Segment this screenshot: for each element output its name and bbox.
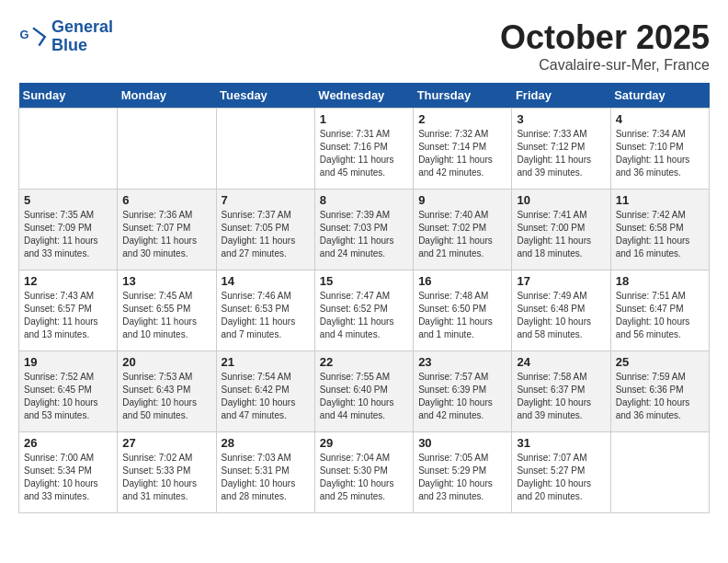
calendar-day-cell: 19Sunrise: 7:52 AM Sunset: 6:45 PM Dayli… [19,351,118,432]
day-number: 22 [320,355,408,369]
day-number: 18 [616,274,704,288]
calendar-day-cell: 6Sunrise: 7:36 AM Sunset: 7:07 PM Daylig… [118,190,216,270]
day-info: Sunrise: 7:33 AM Sunset: 7:12 PM Dayligh… [517,128,605,179]
logo-line1: General [51,18,113,37]
day-number: 31 [517,436,605,450]
day-number: 1 [320,112,408,126]
calendar-day-cell [118,109,216,190]
day-info: Sunrise: 7:05 AM Sunset: 5:29 PM Dayligh… [418,452,506,503]
calendar-day-cell: 11Sunrise: 7:42 AM Sunset: 6:58 PM Dayli… [610,190,709,270]
day-info: Sunrise: 7:48 AM Sunset: 6:50 PM Dayligh… [418,290,506,341]
day-number: 19 [24,355,112,369]
day-info: Sunrise: 7:40 AM Sunset: 7:02 PM Dayligh… [418,209,506,260]
calendar-day-cell: 28Sunrise: 7:03 AM Sunset: 5:31 PM Dayli… [216,432,314,513]
calendar-day-cell: 27Sunrise: 7:02 AM Sunset: 5:33 PM Dayli… [118,432,216,513]
day-number: 12 [24,274,112,288]
day-info: Sunrise: 7:36 AM Sunset: 7:07 PM Dayligh… [122,209,210,260]
day-info: Sunrise: 7:32 AM Sunset: 7:14 PM Dayligh… [418,128,506,179]
calendar-week-row: 19Sunrise: 7:52 AM Sunset: 6:45 PM Dayli… [19,351,710,432]
day-info: Sunrise: 7:46 AM Sunset: 6:53 PM Dayligh… [222,290,310,341]
calendar-table: SundayMondayTuesdayWednesdayThursdayFrid… [18,83,710,513]
title-block: October 2025 Cavalaire-sur-Mer, France [500,18,710,74]
calendar-day-cell: 24Sunrise: 7:58 AM Sunset: 6:37 PM Dayli… [512,351,610,432]
day-number: 6 [122,193,210,207]
day-number: 20 [122,355,210,369]
day-number: 28 [222,436,310,450]
day-info: Sunrise: 7:39 AM Sunset: 7:03 PM Dayligh… [320,209,408,260]
calendar-day-cell: 31Sunrise: 7:07 AM Sunset: 5:27 PM Dayli… [512,432,610,513]
calendar-week-row: 26Sunrise: 7:00 AM Sunset: 5:34 PM Dayli… [19,432,710,513]
day-info: Sunrise: 7:41 AM Sunset: 7:00 PM Dayligh… [517,209,605,260]
day-info: Sunrise: 7:55 AM Sunset: 6:40 PM Dayligh… [320,371,408,422]
calendar-day-cell: 15Sunrise: 7:47 AM Sunset: 6:52 PM Dayli… [314,270,413,351]
day-info: Sunrise: 7:03 AM Sunset: 5:31 PM Dayligh… [222,452,310,503]
calendar-day-cell: 5Sunrise: 7:35 AM Sunset: 7:09 PM Daylig… [19,190,118,270]
day-number: 8 [320,193,408,207]
weekday-header: Thursday [414,83,512,109]
day-info: Sunrise: 7:00 AM Sunset: 5:34 PM Dayligh… [24,452,112,503]
calendar-day-cell: 9Sunrise: 7:40 AM Sunset: 7:02 PM Daylig… [414,190,512,270]
svg-text:G: G [20,27,29,40]
day-info: Sunrise: 7:52 AM Sunset: 6:45 PM Dayligh… [24,371,112,422]
calendar-day-cell: 7Sunrise: 7:37 AM Sunset: 7:05 PM Daylig… [216,190,314,270]
day-number: 21 [222,355,310,369]
day-number: 9 [418,193,506,207]
calendar-day-cell [610,432,709,513]
page-header: G General Blue October 2025 Cavalaire-su… [18,18,710,74]
calendar-day-cell [216,109,314,190]
day-info: Sunrise: 7:51 AM Sunset: 6:47 PM Dayligh… [616,290,704,341]
day-number: 4 [616,112,704,126]
day-info: Sunrise: 7:02 AM Sunset: 5:33 PM Dayligh… [122,452,210,503]
day-info: Sunrise: 7:37 AM Sunset: 7:05 PM Dayligh… [222,209,310,260]
calendar-week-row: 5Sunrise: 7:35 AM Sunset: 7:09 PM Daylig… [19,190,710,270]
day-info: Sunrise: 7:54 AM Sunset: 6:42 PM Dayligh… [222,371,310,422]
calendar-day-cell: 20Sunrise: 7:53 AM Sunset: 6:43 PM Dayli… [118,351,216,432]
day-number: 24 [517,355,605,369]
calendar-day-cell: 26Sunrise: 7:00 AM Sunset: 5:34 PM Dayli… [19,432,118,513]
weekday-header: Friday [512,83,610,109]
calendar-week-row: 12Sunrise: 7:43 AM Sunset: 6:57 PM Dayli… [19,270,710,351]
calendar-day-cell: 16Sunrise: 7:48 AM Sunset: 6:50 PM Dayli… [414,270,512,351]
weekday-header: Sunday [19,83,118,109]
calendar-day-cell: 21Sunrise: 7:54 AM Sunset: 6:42 PM Dayli… [216,351,314,432]
calendar-day-cell [19,109,118,190]
day-info: Sunrise: 7:31 AM Sunset: 7:16 PM Dayligh… [320,128,408,179]
day-number: 29 [320,436,408,450]
day-info: Sunrise: 7:59 AM Sunset: 6:36 PM Dayligh… [616,371,704,422]
logo: G General Blue [18,18,113,55]
calendar-day-cell: 10Sunrise: 7:41 AM Sunset: 7:00 PM Dayli… [512,190,610,270]
calendar-day-cell: 14Sunrise: 7:46 AM Sunset: 6:53 PM Dayli… [216,270,314,351]
calendar-day-cell: 3Sunrise: 7:33 AM Sunset: 7:12 PM Daylig… [512,109,610,190]
calendar-day-cell: 13Sunrise: 7:45 AM Sunset: 6:55 PM Dayli… [118,270,216,351]
weekday-header: Monday [118,83,216,109]
calendar-day-cell: 1Sunrise: 7:31 AM Sunset: 7:16 PM Daylig… [314,109,413,190]
weekday-header-row: SundayMondayTuesdayWednesdayThursdayFrid… [19,83,710,109]
day-number: 5 [24,193,112,207]
calendar-day-cell: 8Sunrise: 7:39 AM Sunset: 7:03 PM Daylig… [314,190,413,270]
day-number: 23 [418,355,506,369]
day-info: Sunrise: 7:45 AM Sunset: 6:55 PM Dayligh… [122,290,210,341]
day-number: 26 [24,436,112,450]
calendar-day-cell: 29Sunrise: 7:04 AM Sunset: 5:30 PM Dayli… [314,432,413,513]
logo-text: General Blue [51,18,113,55]
day-info: Sunrise: 7:53 AM Sunset: 6:43 PM Dayligh… [122,371,210,422]
day-info: Sunrise: 7:49 AM Sunset: 6:48 PM Dayligh… [517,290,605,341]
day-number: 14 [222,274,310,288]
day-info: Sunrise: 7:58 AM Sunset: 6:37 PM Dayligh… [517,371,605,422]
calendar-day-cell: 18Sunrise: 7:51 AM Sunset: 6:47 PM Dayli… [610,270,709,351]
day-number: 11 [616,193,704,207]
day-number: 27 [122,436,210,450]
day-info: Sunrise: 7:35 AM Sunset: 7:09 PM Dayligh… [24,209,112,260]
calendar-week-row: 1Sunrise: 7:31 AM Sunset: 7:16 PM Daylig… [19,109,710,190]
month-title: October 2025 [500,18,710,57]
day-info: Sunrise: 7:47 AM Sunset: 6:52 PM Dayligh… [320,290,408,341]
calendar-day-cell: 22Sunrise: 7:55 AM Sunset: 6:40 PM Dayli… [314,351,413,432]
day-info: Sunrise: 7:04 AM Sunset: 5:30 PM Dayligh… [320,452,408,503]
day-info: Sunrise: 7:57 AM Sunset: 6:39 PM Dayligh… [418,371,506,422]
day-number: 10 [517,193,605,207]
calendar-day-cell: 12Sunrise: 7:43 AM Sunset: 6:57 PM Dayli… [19,270,118,351]
day-number: 7 [222,193,310,207]
day-number: 13 [122,274,210,288]
calendar-day-cell: 2Sunrise: 7:32 AM Sunset: 7:14 PM Daylig… [414,109,512,190]
weekday-header: Wednesday [314,83,413,109]
